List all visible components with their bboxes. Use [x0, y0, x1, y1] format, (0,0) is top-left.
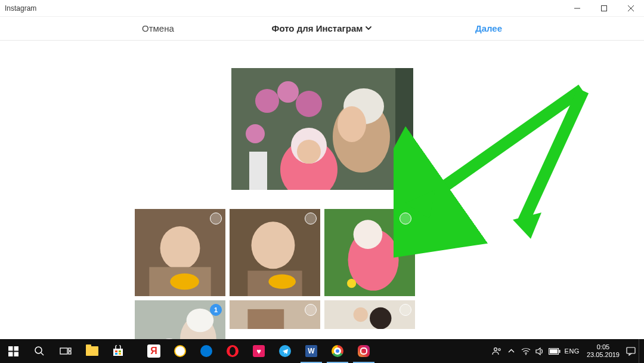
task-view-icon [59, 344, 72, 358]
taskbar-app-explorer[interactable] [79, 339, 105, 363]
svg-rect-45 [8, 346, 13, 351]
svg-rect-65 [627, 347, 635, 353]
multi-select-icon [401, 185, 411, 195]
svg-point-49 [35, 347, 42, 353]
selection-indicator[interactable] [400, 304, 411, 316]
app-header: Отмена Фото для Инстаграм Далее [0, 17, 644, 41]
chrome-icon [331, 344, 344, 358]
taskbar-app-instagram[interactable] [351, 339, 377, 363]
svg-point-39 [370, 307, 391, 329]
volume-icon [535, 347, 544, 355]
svg-rect-56 [119, 350, 121, 352]
thumbnail[interactable] [135, 209, 225, 296]
taskbar-app-mail[interactable] [167, 339, 193, 363]
svg-point-40 [354, 307, 368, 322]
task-view-button[interactable] [52, 339, 79, 363]
svg-line-50 [41, 353, 44, 355]
svg-rect-64 [550, 349, 558, 353]
svg-rect-54 [113, 349, 123, 356]
svg-point-5 [255, 89, 279, 113]
cancel-label: Отмена [142, 23, 174, 33]
source-picker-label: Фото для Инстаграм [272, 23, 363, 33]
tray-network[interactable] [519, 339, 532, 363]
thumbnail[interactable] [324, 209, 415, 296]
tray-overflow[interactable] [505, 339, 518, 363]
thumbnail[interactable] [230, 300, 320, 329]
svg-point-33 [187, 309, 214, 333]
selection-number: 1 [214, 306, 218, 313]
selection-indicator[interactable] [305, 213, 317, 224]
svg-rect-53 [69, 352, 71, 354]
taskbar-app-yandex[interactable]: Я [141, 339, 167, 363]
svg-point-59 [494, 347, 497, 350]
show-desktop[interactable] [639, 339, 642, 363]
svg-rect-9 [249, 152, 267, 190]
language-indicator[interactable]: ENG [562, 347, 582, 355]
svg-rect-48 [14, 352, 18, 356]
heart-icon: ♥ [252, 344, 265, 358]
telegram-icon [278, 344, 292, 358]
svg-rect-52 [69, 348, 71, 350]
svg-rect-46 [14, 346, 18, 351]
svg-rect-37 [247, 309, 284, 329]
taskbar-app-chrome[interactable] [324, 339, 351, 363]
minimize-button[interactable] [564, 0, 590, 16]
thumbnail[interactable] [230, 209, 320, 296]
taskbar-app-opera[interactable] [219, 339, 246, 363]
taskbar-app-telegram[interactable] [272, 339, 298, 363]
svg-rect-57 [115, 353, 117, 355]
selection-indicator[interactable] [210, 213, 222, 224]
svg-point-22 [170, 273, 199, 290]
selection-indicator[interactable] [305, 304, 317, 316]
taskbar-app-word[interactable]: W [298, 339, 324, 363]
search-button[interactable] [26, 339, 52, 363]
window-controls [564, 0, 644, 16]
preview-wrap [231, 68, 413, 190]
svg-rect-55 [115, 350, 117, 352]
multi-select-toggle[interactable] [397, 180, 416, 199]
svg-point-60 [499, 348, 500, 350]
opera-icon [226, 344, 239, 358]
next-button[interactable]: Далее [475, 17, 502, 40]
clock-date: 23.05.2019 [587, 351, 620, 359]
mail-icon [174, 344, 187, 358]
selection-indicator[interactable] [400, 213, 411, 224]
close-button[interactable] [617, 0, 644, 16]
clock-time: 0:05 [597, 343, 609, 351]
content-area: 1 [0, 41, 644, 339]
start-button[interactable] [0, 339, 26, 363]
taskbar-app-store[interactable] [105, 339, 131, 363]
windows-icon [7, 344, 20, 358]
action-center[interactable] [624, 339, 637, 363]
word-icon: W [305, 344, 318, 358]
svg-rect-1 [601, 5, 606, 11]
window-titlebar: Instagram [0, 0, 644, 17]
svg-rect-63 [559, 350, 560, 353]
taskbar-app-edge[interactable] [193, 339, 219, 363]
taskbar-left: Я ♥ W [0, 339, 377, 363]
taskbar-right: ENG 0:05 23.05.2019 [491, 339, 644, 363]
tray-people[interactable] [491, 339, 504, 363]
store-icon [112, 345, 124, 357]
svg-point-15 [297, 140, 321, 164]
svg-line-41 [417, 90, 582, 205]
taskbar-clock[interactable]: 0:05 23.05.2019 [583, 343, 623, 358]
thumbnail[interactable] [324, 300, 415, 329]
selection-indicator[interactable]: 1 [210, 304, 222, 316]
maximize-button[interactable] [590, 0, 617, 16]
tray-volume[interactable] [534, 339, 547, 363]
tray-battery[interactable] [548, 339, 561, 363]
yandex-icon: Я [147, 344, 160, 358]
taskbar-app-heart[interactable]: ♥ [246, 339, 272, 363]
cancel-button[interactable]: Отмена [142, 17, 174, 40]
next-label: Далее [475, 23, 502, 33]
source-picker[interactable]: Фото для Инстаграм [272, 23, 373, 33]
svg-point-29 [354, 220, 383, 249]
folder-icon [85, 344, 98, 358]
svg-rect-18 [404, 186, 410, 191]
instagram-icon [357, 344, 370, 358]
svg-marker-44 [513, 213, 541, 239]
preview-image[interactable] [231, 68, 413, 190]
svg-rect-58 [119, 353, 121, 355]
chevron-down-icon [365, 23, 372, 33]
